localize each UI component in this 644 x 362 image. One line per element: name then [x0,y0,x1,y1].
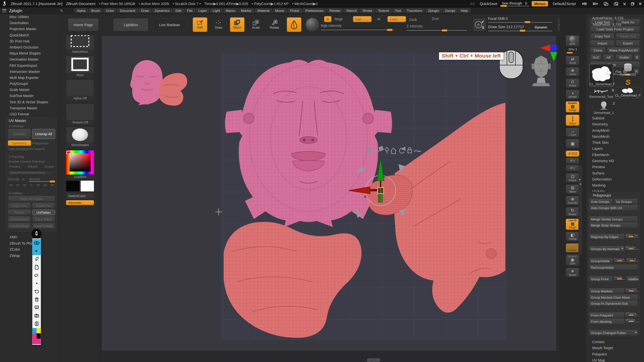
main-color-swatch[interactable] [66,180,79,192]
right-shelf-button[interactable]: Dynamic ▦ Persp [566,101,579,112]
merge-stray-groups-button[interactable]: Merge Stray Groups [589,222,638,228]
coverage-knob[interactable] [617,260,622,261]
stroke-dial[interactable]: S [473,18,486,31]
alternate-button[interactable]: Alternate [66,200,94,205]
pen-tool-badge[interactable] [31,229,42,239]
zsub-button[interactable]: Zsub [409,18,417,22]
live-boolean-button[interactable]: Live Boolean [152,19,187,31]
clear-maps-button[interactable]: Clear Maps [32,216,55,222]
enable-control-painting[interactable]: Enable Control Painting [9,160,55,163]
viewport-render[interactable] [102,36,557,351]
right-shelf-button[interactable]: ⊕ Zoom3D [566,196,579,205]
menu-item[interactable]: Tool [392,8,404,13]
tool-section-item[interactable]: Surface [586,170,644,176]
zplugin-item[interactable]: Projection Master [0,26,57,32]
right-shelf-button[interactable]: ⊕ Zoom [566,67,579,76]
zplugin-item[interactable]: SubTool Master [0,93,57,99]
edge-smoothness-knob[interactable] [629,236,634,237]
right-shelf-button[interactable]: ∗ Xpose [566,268,579,277]
max-angle-slider[interactable]: MaxAn [626,246,639,249]
zplugin-item[interactable]: ZWrap [0,253,57,259]
erase-button[interactable]: Erase [45,165,54,168]
zplugin-item[interactable]: Ambient Occlusion [0,44,57,51]
right-shelf-button[interactable]: ↻ Rotate [566,207,579,216]
color-picker[interactable]: Gradient [66,150,94,179]
zplugin-item[interactable]: Maya Blend Shapes [0,51,57,57]
dynamic-label[interactable]: Dynamic [535,26,547,29]
axis-y-arrow[interactable] [550,52,557,61]
zplugin-item[interactable]: FBX ExportImport [0,63,57,69]
zplugin-item[interactable]: Multi Map Exporter [0,75,57,81]
uv-groups-button[interactable]: Uv Groups [614,199,638,204]
mtolerance-knob[interactable] [629,321,634,322]
window-front-icon[interactable] [613,2,619,6]
rotate-button[interactable]: R Rotate [267,17,282,32]
rgb-intensity-knob[interactable] [387,29,392,31]
right-shelf-button[interactable]: ↺ Y [566,158,579,164]
load-tools-from-project-button[interactable]: Load Tools From Project [590,26,640,32]
right-shelf-button[interactable]: ↺ XYZ [566,151,579,157]
group-masked-button[interactable]: Group Masked [589,288,625,294]
angle-slider[interactable]: Angle [614,276,625,280]
next-doc-icon[interactable] [592,2,599,6]
ptolerance-knob[interactable] [629,315,634,316]
checkseams-button[interactable]: CheckSeams [8,216,31,222]
zplugin-item[interactable]: Decimation Master [0,57,57,63]
pencil-tool[interactable] [32,255,41,263]
focal-shift-knob[interactable] [525,21,530,23]
clipboard-tool[interactable] [32,320,41,328]
menu-item[interactable]: Render [327,8,343,13]
work-on-clone-button[interactable]: Work On Clone [8,196,55,202]
menu-item[interactable]: Edit [173,8,184,13]
tool-section-item[interactable]: UV Map [586,357,644,362]
quicksave-button[interactable]: QuickSave [480,2,497,6]
goz-all-button[interactable]: All [603,55,614,60]
paste-tool-button[interactable]: Paste Tool [616,33,640,39]
regroup-by-edges-button[interactable]: Regroup By Edges [589,234,625,240]
zplugin-item[interactable]: QuickSketch [0,32,57,38]
axis-z-dot[interactable] [550,44,557,52]
menu-item[interactable]: File [185,8,195,13]
tool-thumb-recovered[interactable]: 9 Recovered_Tool [588,88,614,99]
tool-section-item[interactable]: Polypaint [586,351,644,357]
goz-r-button[interactable]: R [634,55,640,60]
right-shelf-button[interactable]: ↔ L.Sym [566,128,579,137]
switch-color-button[interactable]: SwitchColor [66,193,94,199]
switch-color-swatches[interactable] [66,180,94,192]
groups-by-normals-button[interactable]: Groups By Normals [589,246,625,252]
density-mult-button[interactable]: x3 [42,183,48,187]
mtolerance-slider[interactable]: MToler [626,318,639,322]
restore-icon[interactable] [631,2,634,6]
close-icon[interactable] [638,2,642,6]
paste-uvs-button[interactable]: Paste UVs [32,203,55,208]
tool-section-item[interactable]: Subtool [586,115,644,121]
sculptris-pro-button[interactable] [287,17,301,32]
group-front-button[interactable]: Group Front [589,276,613,282]
tool-section-item[interactable]: NanoMesh [586,133,644,140]
density-mult-button[interactable]: /4 [8,183,14,187]
density-slider[interactable]: density. [28,177,55,181]
menu-item[interactable]: Material [255,8,272,13]
material-sphere[interactable] [305,18,319,32]
use-existing-uv-seams[interactable]: Use Existing UV Seams [9,147,55,151]
prev-doc-icon[interactable] [580,2,588,6]
menu-item[interactable]: Dynamics [152,8,172,13]
groups-changed-points-button[interactable]: Groups Changed Points [589,330,638,336]
tool-thumb-cylinder[interactable]: Cylinder3D [615,63,640,76]
angle-knob[interactable] [617,279,622,280]
menu-item[interactable]: Brush [89,8,103,13]
max-angle-knob[interactable] [629,248,634,249]
right-shelf-button[interactable]: z ↧ Floor [566,115,579,126]
from-masking-button[interactable]: From Masking [589,319,625,324]
group-visible-button[interactable]: GroupVisible [589,258,613,264]
right-shelf-button[interactable]: ◧ Transp [566,232,579,241]
export-button[interactable]: Export [616,40,640,46]
zadd-button[interactable]: Zadd [387,16,406,22]
menu-item[interactable]: Zscript [442,8,458,13]
draw-size-knob[interactable] [520,30,525,32]
ptolerance-slider[interactable]: PTolera [626,312,639,316]
right-shelf-button[interactable]: ⊡ Frame [566,173,579,183]
menu-item[interactable]: Zplugin [425,8,441,13]
zplugin-item[interactable]: Text 3D & Vector Shapes [0,99,57,105]
tool-section-item[interactable]: Geometry HD [586,158,644,164]
